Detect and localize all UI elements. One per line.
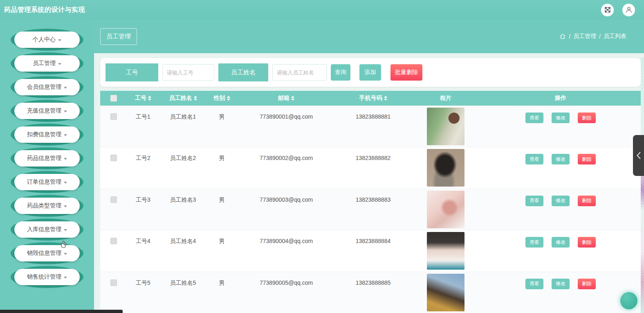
employee-photo: [427, 232, 464, 270]
view-button[interactable]: 查看: [525, 279, 543, 289]
column-header[interactable]: 性别: [206, 95, 237, 102]
sidebar-item-label: 订单信息管理: [27, 178, 61, 186]
taskbar-fragment: [0, 310, 123, 313]
select-all-checkbox[interactable]: [110, 95, 117, 101]
chevron-down-icon: [64, 134, 67, 136]
sidebar-item-1[interactable]: 员工管理: [14, 55, 80, 72]
sidebar-item-3[interactable]: 充值信息管理: [14, 103, 80, 119]
view-button[interactable]: 查看: [525, 113, 543, 123]
sidebar-item-label: 销毁信息管理: [27, 250, 61, 257]
home-icon[interactable]: [559, 33, 566, 40]
delete-button[interactable]: 删除: [578, 196, 596, 206]
cell-gender: 男: [206, 147, 237, 188]
sidebar-item-label: 入库信息管理: [27, 226, 61, 233]
sidebar-item-6[interactable]: 订单信息管理: [14, 174, 80, 190]
delete-button[interactable]: 删除: [578, 154, 596, 164]
cell-employee-id: 工号3: [127, 189, 159, 230]
sort-icon[interactable]: [291, 96, 294, 101]
sidebar-item-label: 药品信息管理: [27, 155, 61, 162]
sidebar-item-9[interactable]: 销毁信息管理: [14, 245, 80, 261]
cell-employee-id: 工号4: [127, 230, 159, 271]
table-row: 工号3 员工姓名3 男 773890003@qq.com 13823888883…: [100, 189, 641, 230]
edit-button[interactable]: 修改: [552, 113, 570, 123]
delete-button[interactable]: 删除: [578, 113, 596, 123]
column-header-label: 手机号码: [359, 95, 382, 102]
column-header[interactable]: 手机号码: [335, 95, 411, 102]
chevron-down-icon: [64, 253, 67, 255]
user-icon: [625, 6, 633, 14]
sidebar-item-2[interactable]: 会员信息管理: [14, 79, 80, 95]
cell-phone: 13823888881: [335, 106, 411, 147]
row-checkbox[interactable]: [110, 238, 117, 244]
edit-button[interactable]: 修改: [552, 154, 570, 164]
cell-gender: 男: [206, 272, 237, 313]
chevron-down-icon: [64, 110, 67, 113]
breadcrumb-separator: /: [599, 33, 601, 40]
breadcrumb-separator: /: [569, 33, 570, 40]
employee-id-input[interactable]: [162, 64, 214, 81]
table-body: 工号1 员工姓名1 男 773890001@qq.com 13823888881…: [100, 106, 641, 313]
sidebar-item-8[interactable]: 入库信息管理: [14, 221, 80, 238]
row-checkbox[interactable]: [110, 196, 117, 203]
sidebar-item-7[interactable]: 药品类型管理: [14, 198, 80, 214]
app-title: 药品管理系统的设计与实现: [4, 6, 85, 14]
topbar-actions: [601, 4, 635, 16]
delete-button[interactable]: 删除: [578, 237, 596, 248]
cell-employee-name: 员工姓名2: [159, 147, 206, 188]
edit-button[interactable]: 修改: [552, 196, 570, 206]
row-checkbox[interactable]: [110, 155, 117, 161]
employee-photo: [427, 191, 464, 228]
column-header[interactable]: 邮箱: [237, 95, 335, 102]
cell-email: 773890003@qq.com: [237, 189, 335, 230]
view-button[interactable]: 查看: [525, 154, 543, 164]
panel-collapse-tab[interactable]: [633, 135, 644, 176]
cell-employee-name: 员工姓名3: [159, 189, 206, 230]
cell-employee-id: 工号1: [127, 106, 159, 147]
batch-delete-button[interactable]: 批量删除: [390, 64, 422, 81]
edit-button[interactable]: 修改: [552, 279, 570, 289]
select-all-header: [100, 95, 127, 101]
sidebar-item-5[interactable]: 药品信息管理: [14, 150, 80, 167]
sort-icon[interactable]: [148, 96, 151, 101]
cell-phone: 13823888885: [335, 272, 411, 313]
add-button[interactable]: 添加: [359, 64, 381, 81]
cell-phone: 13823888884: [335, 230, 411, 271]
breadcrumb-item-employee-list[interactable]: 员工列表: [604, 33, 626, 40]
sidebar-item-4[interactable]: 扣费信息管理: [14, 126, 80, 143]
sidebar-item-label: 充值信息管理: [27, 107, 61, 115]
column-header: 操作: [480, 95, 641, 102]
sidebar-item-10[interactable]: 销售统计管理: [14, 269, 80, 285]
sidebar-item-0[interactable]: 个人中心: [14, 32, 80, 48]
view-button[interactable]: 查看: [525, 196, 543, 206]
floating-action-button[interactable]: [620, 292, 637, 309]
row-checkbox[interactable]: [110, 279, 117, 286]
topbar: 药品管理系统的设计与实现: [0, 0, 644, 20]
search-button[interactable]: 查询: [331, 64, 350, 81]
sort-icon[interactable]: [384, 96, 387, 101]
employee-name-input[interactable]: [272, 64, 327, 81]
row-checkbox[interactable]: [110, 113, 117, 120]
cell-employee-id: 工号2: [127, 147, 159, 188]
edit-button[interactable]: 修改: [552, 237, 570, 248]
table-row: 工号1 员工姓名1 男 773890001@qq.com 13823888881…: [100, 106, 641, 147]
table-row: 工号5 员工姓名5 男 773890005@qq.com 13823888885…: [100, 272, 641, 313]
sort-icon[interactable]: [227, 96, 230, 101]
delete-button[interactable]: 删除: [578, 279, 596, 289]
sidebar-item-label: 扣费信息管理: [27, 131, 61, 138]
column-header: 相片: [411, 95, 480, 102]
view-button[interactable]: 查看: [525, 237, 543, 248]
sidebar-item-label: 销售统计管理: [27, 273, 61, 281]
page-tab-employee-management[interactable]: 员工管理: [100, 28, 137, 45]
fullscreen-button[interactable]: [601, 4, 614, 16]
breadcrumb-item-employee-management[interactable]: 员工管理: [573, 33, 596, 40]
column-header[interactable]: 工号: [127, 95, 159, 102]
chevron-down-icon: [64, 229, 67, 231]
column-header[interactable]: 员工姓名: [159, 95, 206, 102]
cell-email: 773890001@qq.com: [237, 106, 335, 147]
chevron-down-icon: [64, 182, 67, 184]
cell-gender: 男: [206, 230, 237, 271]
chevron-down-icon: [64, 158, 67, 160]
cell-employee-name: 员工姓名4: [159, 230, 206, 271]
user-button[interactable]: [622, 4, 635, 16]
sort-icon[interactable]: [194, 96, 197, 101]
